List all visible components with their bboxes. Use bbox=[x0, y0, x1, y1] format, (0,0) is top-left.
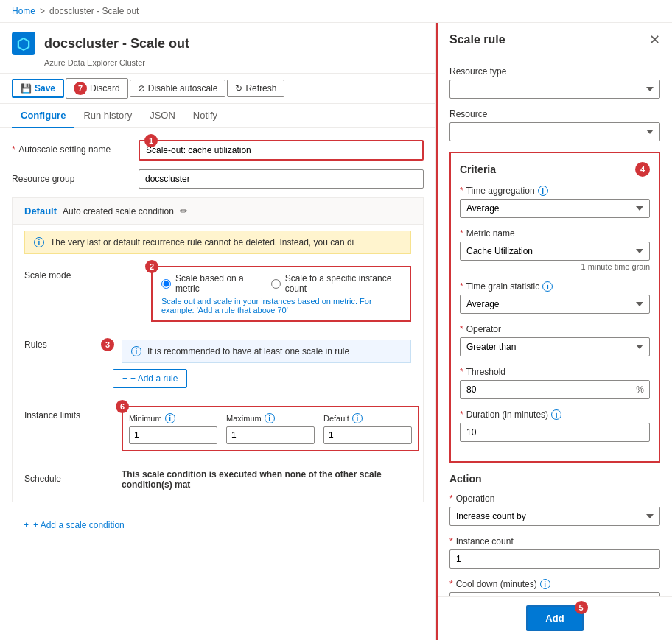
threshold-input-wrapper: % bbox=[460, 380, 650, 399]
badge-6: 6 bbox=[116, 400, 129, 413]
edit-icon[interactable]: ✏ bbox=[180, 205, 188, 217]
cooldown-field: * Cool down (minutes) i bbox=[449, 579, 660, 596]
threshold-unit: % bbox=[636, 384, 644, 395]
instance-count-label: * Instance count bbox=[449, 536, 660, 546]
minimum-input[interactable] bbox=[129, 426, 217, 444]
resource-type-select[interactable] bbox=[449, 80, 660, 99]
page-title: docscluster - Scale out bbox=[44, 36, 189, 52]
resource-field: Resource bbox=[449, 109, 660, 141]
rules-section: 3 Rules i It is recommended to have at l… bbox=[13, 334, 423, 394]
operation-label: * Operation bbox=[449, 493, 660, 504]
close-button[interactable]: ✕ bbox=[649, 32, 660, 48]
badge-3: 3 bbox=[101, 338, 114, 351]
time-grain-field: * Time grain statistic i Average bbox=[460, 281, 650, 314]
right-panel-header: Scale rule ✕ bbox=[438, 23, 672, 57]
time-aggregation-select[interactable]: Average bbox=[460, 199, 650, 218]
autoscale-name-row: * Autoscale setting name bbox=[12, 140, 424, 161]
metric-name-select[interactable]: Cache Utilization bbox=[460, 242, 650, 261]
cooldown-info-icon: i bbox=[540, 579, 550, 589]
autoscale-name-input[interactable] bbox=[139, 140, 424, 161]
limits-fields: 6 Minimum i Maximum i bbox=[122, 406, 419, 451]
breadcrumb-home[interactable]: Home bbox=[12, 6, 35, 16]
instance-limits: Instance limits 6 Minimum i Ma bbox=[13, 400, 423, 457]
duration-info-icon: i bbox=[551, 409, 561, 420]
page-header: docscluster - Scale out Azure Data Explo… bbox=[0, 23, 435, 74]
resource-select[interactable] bbox=[449, 122, 660, 141]
cooldown-label: * Cool down (minutes) i bbox=[449, 579, 660, 589]
save-button[interactable]: 💾 Save bbox=[12, 79, 64, 98]
tab-bar: Configure Run history JSON Notify bbox=[0, 104, 435, 128]
radio-group: Scale based on a metric Scale to a speci… bbox=[161, 273, 401, 294]
scale-condition-header: Default Auto created scale condition ✏ bbox=[13, 198, 423, 225]
default-input[interactable] bbox=[323, 426, 412, 444]
disable-icon: ⊘ bbox=[138, 83, 145, 94]
action-section: Action * Operation Increase count by * I… bbox=[449, 473, 660, 596]
schedule-label: Schedule bbox=[24, 469, 113, 484]
duration-input[interactable] bbox=[460, 423, 650, 442]
warning-icon: i bbox=[34, 237, 44, 247]
tab-notify[interactable]: Notify bbox=[184, 104, 226, 128]
resource-type-field: Resource type bbox=[449, 66, 660, 99]
schedule-text: This scale condition is executed when no… bbox=[122, 469, 411, 490]
time-agg-info-icon: i bbox=[538, 186, 548, 196]
instance-limits-label: Instance limits bbox=[24, 406, 113, 421]
breadcrumb-current: docscluster - Scale out bbox=[49, 6, 139, 16]
refresh-button[interactable]: ↻ Refresh bbox=[227, 80, 284, 97]
radio-metric[interactable]: Scale based on a metric bbox=[161, 273, 259, 294]
time-aggregation-label: * Time aggregation i bbox=[460, 186, 650, 196]
maximum-input[interactable] bbox=[226, 426, 315, 444]
discard-badge: 7 bbox=[74, 82, 87, 95]
discard-button[interactable]: 7 Discard bbox=[66, 78, 128, 99]
right-panel: Scale rule ✕ Resource type Resource bbox=[436, 23, 672, 640]
criteria-title: Criteria bbox=[460, 163, 496, 175]
right-panel-footer: Add 5 bbox=[438, 596, 672, 640]
resource-group-input[interactable] bbox=[139, 169, 424, 189]
time-grain-select[interactable]: Average bbox=[460, 295, 650, 314]
threshold-input[interactable] bbox=[460, 380, 650, 399]
right-panel-title: Scale rule bbox=[449, 33, 505, 46]
tab-run-history[interactable]: Run history bbox=[74, 104, 141, 128]
resource-group-row: Resource group bbox=[12, 169, 424, 189]
time-aggregation-field: * Time aggregation i Average bbox=[460, 186, 650, 218]
default-info-icon: i bbox=[352, 413, 363, 423]
instance-count-field: * Instance count bbox=[449, 536, 660, 569]
page-subtitle: Azure Data Explorer Cluster bbox=[44, 58, 424, 67]
criteria-section: Criteria 4 * Time aggregation i Average … bbox=[449, 152, 660, 463]
threshold-label: * Threshold bbox=[460, 367, 650, 377]
add-button[interactable]: Add 5 bbox=[526, 605, 583, 631]
schedule-section: Schedule This scale condition is execute… bbox=[13, 463, 423, 496]
disable-autoscale-button[interactable]: ⊘ Disable autoscale bbox=[130, 80, 226, 97]
instance-count-input[interactable] bbox=[449, 549, 660, 569]
operation-select[interactable]: Increase count by bbox=[449, 507, 660, 526]
tab-configure[interactable]: Configure bbox=[12, 104, 74, 128]
action-title: Action bbox=[449, 473, 660, 485]
scale-condition-default: Default bbox=[24, 205, 57, 217]
badge-2: 2 bbox=[145, 260, 158, 273]
operator-label: * Operator bbox=[460, 324, 650, 334]
left-panel: docscluster - Scale out Azure Data Explo… bbox=[0, 23, 436, 640]
scale-hint: Scale out and scale in your instances ba… bbox=[161, 297, 401, 314]
scale-mode-label: Scale mode bbox=[24, 266, 142, 281]
resource-group-label: Resource group bbox=[12, 169, 130, 184]
tab-json[interactable]: JSON bbox=[141, 104, 184, 128]
rules-info-box: i It is recommended to have at least one… bbox=[122, 340, 411, 363]
metric-name-label: * Metric name bbox=[460, 228, 650, 239]
add-scale-condition-button[interactable]: + + Add a scale condition bbox=[24, 520, 125, 530]
scale-condition-subtitle: Auto created scale condition bbox=[63, 206, 174, 217]
time-grain-info-icon: i bbox=[542, 281, 553, 292]
add-condition: + + Add a scale condition bbox=[12, 511, 424, 539]
default-field: Default i bbox=[323, 413, 412, 444]
add-rule-button[interactable]: + + Add a rule bbox=[113, 369, 187, 388]
operator-field: * Operator Greater than bbox=[460, 324, 650, 356]
badge-1: 1 bbox=[144, 134, 158, 147]
resource-label: Resource bbox=[449, 109, 660, 119]
threshold-field: * Threshold % bbox=[460, 367, 650, 399]
scale-mode-box: 2 Scale based on a metric Scale to a spe… bbox=[151, 266, 411, 322]
radio-instance[interactable]: Scale to a specific instance count bbox=[271, 273, 401, 294]
operator-select[interactable]: Greater than bbox=[460, 337, 650, 356]
info-icon: i bbox=[131, 346, 141, 356]
save-icon: 💾 bbox=[21, 83, 32, 94]
refresh-icon: ↻ bbox=[235, 83, 242, 94]
metric-hint: 1 minute time grain bbox=[460, 262, 650, 271]
minimum-info-icon: i bbox=[165, 413, 175, 423]
